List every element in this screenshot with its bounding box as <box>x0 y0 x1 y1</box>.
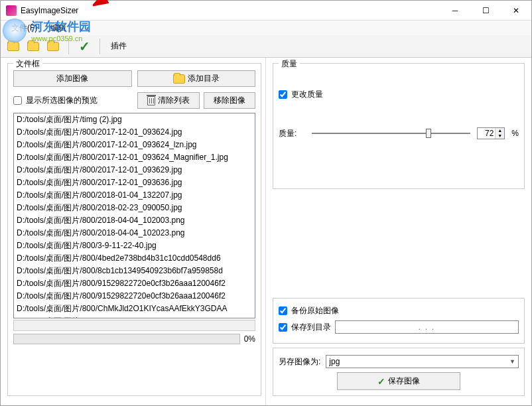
folder-icon <box>173 74 185 84</box>
list-item[interactable]: D:/tools/桌面/图片/timg (2).jpg <box>14 113 255 126</box>
quality-slider-thumb[interactable] <box>426 129 431 138</box>
clear-list-button[interactable]: 清除列表 <box>137 92 200 109</box>
horizontal-scrollbar[interactable] <box>13 320 255 331</box>
list-item[interactable]: D:/tools/桌面/图片/800/4bed2e738bd4b31c10cdd… <box>14 252 255 265</box>
show-preview-checkbox[interactable] <box>13 96 22 105</box>
menu-file[interactable]: 文件(F) <box>5 21 44 35</box>
quality-spinbox[interactable]: ▲▼ <box>477 127 505 139</box>
file-listbox[interactable]: D:/tools/桌面/图片/timg (2).jpgD:/tools/桌面/图… <box>13 113 255 318</box>
progress-percent: 0% <box>244 334 255 344</box>
backup-original-checkbox[interactable] <box>279 306 287 315</box>
minimize-button[interactable]: ─ <box>440 1 470 21</box>
remove-image-button[interactable]: 移除图像 <box>204 92 255 109</box>
titlebar: EasyImageSizer ─ ☐ ✕ <box>1 1 531 21</box>
backup-original-label: 备份原始图像 <box>291 305 339 316</box>
folder-icon <box>47 42 59 51</box>
folder-icon <box>7 42 19 51</box>
list-item[interactable]: D:/tools/桌面/图片/800/2017-12-01_093624_Mag… <box>14 151 255 164</box>
window-title: EasyImageSizer <box>21 6 440 15</box>
change-quality-checkbox[interactable] <box>279 90 287 99</box>
list-item[interactable]: D:/tools/桌面/图片/800/8cb1cb1349540923b6bf7… <box>14 265 255 277</box>
toolbar-open-2[interactable] <box>25 38 42 55</box>
list-item[interactable]: D:/tools/桌面/图片/800/2018-01-04_132207.jpg <box>14 189 255 202</box>
toolbar-open-1[interactable] <box>5 38 22 55</box>
app-icon <box>6 5 17 16</box>
check-icon: ✓ <box>377 376 385 387</box>
list-item[interactable]: D:/tools/桌面/图片/800/91529822720e0cf3b26aa… <box>14 290 255 303</box>
save-path-button[interactable]: . . . <box>335 320 519 334</box>
list-item[interactable]: D:/tools/桌面/图片/800/ChMkJld2O1KIYcasAAfEk… <box>14 303 255 315</box>
quality-value-input[interactable] <box>478 128 495 139</box>
menu-edit[interactable]: 编辑 <box>44 21 73 35</box>
save-image-button[interactable]: ✓ 保存图像 <box>337 372 460 390</box>
list-item[interactable]: D:/tools/桌面/图片/800/2017-12-01_093636.jpg <box>14 176 255 189</box>
toolbar: ✓ 插件 <box>1 35 531 58</box>
list-item[interactable]: D:/tools/桌面/图片/800/2018-02-23_090050.jpg <box>14 202 255 214</box>
spin-down[interactable]: ▼ <box>496 133 504 139</box>
check-icon: ✓ <box>79 38 90 54</box>
menubar: 文件(F) 编辑 <box>1 21 531 35</box>
list-item[interactable]: D:/tools/桌面/图片/800/2017-12-01_093624.jpg <box>14 126 255 139</box>
trash-icon <box>147 96 155 105</box>
close-button[interactable]: ✕ <box>501 1 531 21</box>
add-image-button[interactable]: 添加图像 <box>13 70 132 87</box>
quality-label: 质量: <box>279 128 305 139</box>
toolbar-open-3[interactable] <box>44 38 62 55</box>
toolbar-separator <box>100 38 100 54</box>
toolbar-apply[interactable]: ✓ <box>76 38 93 55</box>
list-item[interactable]: D:/tools/桌面/图片/800/2017-12-01_093629.jpg <box>14 164 255 176</box>
toolbar-separator <box>68 38 69 54</box>
list-item[interactable]: D:/tools/桌面/图片/800/2017-12-01_093624_lzn… <box>14 139 255 151</box>
list-item[interactable]: D:/tools/桌面/图片/800/2018-04-04_102003.png <box>14 214 255 227</box>
quality-group-title: 质量 <box>279 58 300 70</box>
progress-bar <box>13 334 240 344</box>
add-directory-button[interactable]: 添加目录 <box>137 70 256 87</box>
maximize-button[interactable]: ☐ <box>470 1 501 21</box>
save-to-dir-checkbox[interactable] <box>279 323 287 332</box>
toolbar-plugins-label[interactable]: 插件 <box>107 40 131 52</box>
list-item[interactable]: D:/tools/桌面/图片/800/timg (1).jpg <box>14 315 255 318</box>
folder-icon <box>27 42 39 51</box>
spin-up[interactable]: ▲ <box>496 128 504 133</box>
quality-slider[interactable] <box>312 127 470 140</box>
list-item[interactable]: D:/tools/桌面/图片/800/3-9-11-22-40.jpg <box>14 239 255 252</box>
list-item[interactable]: D:/tools/桌面/图片/800/2018-04-04_102023.png <box>14 227 255 239</box>
change-quality-label: 更改质量 <box>291 89 323 100</box>
quality-percent-label: % <box>511 129 519 138</box>
save-to-dir-label: 保存到目录 <box>291 322 331 333</box>
list-item[interactable]: D:/tools/桌面/图片/800/91529822720e0cf3b26aa… <box>14 277 255 290</box>
file-box-title: 文件框 <box>13 58 42 70</box>
save-as-label: 另存图像为: <box>279 356 320 368</box>
format-select[interactable]: jpg <box>326 355 519 368</box>
show-preview-label: 显示所选图像的预览 <box>26 95 133 106</box>
